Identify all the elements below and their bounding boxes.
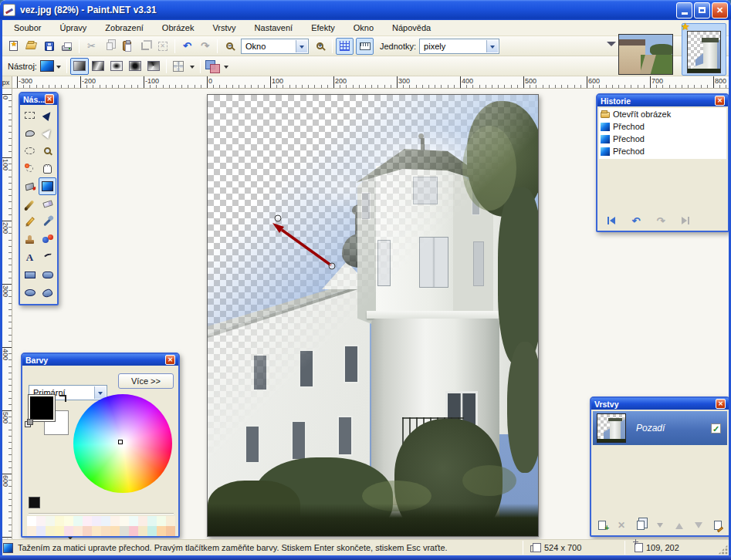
deselect-button[interactable]: ✕ xyxy=(154,38,171,55)
menu-soubor[interactable]: Soubor xyxy=(5,21,50,35)
palette-swatch[interactable] xyxy=(129,516,138,526)
tool-rounded-rectangle[interactable] xyxy=(39,266,56,284)
menu-obrazek[interactable]: Obrázek xyxy=(153,21,204,35)
tools-palette-close-button[interactable]: ✕ xyxy=(45,94,54,104)
undo-button[interactable]: ↶ xyxy=(178,38,196,55)
gradient-end-handle[interactable] xyxy=(329,263,335,269)
palette-swatch[interactable] xyxy=(120,516,129,526)
new-button[interactable]: ★ xyxy=(5,38,22,55)
palette-swatch[interactable] xyxy=(83,516,92,526)
move-layer-up-button[interactable] xyxy=(672,518,687,532)
add-layer-button[interactable]: + xyxy=(594,518,610,532)
tool-zoom[interactable] xyxy=(39,142,56,160)
history-palette-close-button[interactable]: ✕ xyxy=(715,96,725,106)
alpha-dropdown-arrow[interactable] xyxy=(188,59,197,74)
tool-clone-stamp[interactable] xyxy=(21,231,39,248)
gradient-arrow-line[interactable] xyxy=(282,230,331,265)
blend-dropdown-arrow[interactable] xyxy=(222,59,231,74)
palette-swatch[interactable] xyxy=(36,526,46,536)
paste-button[interactable] xyxy=(118,38,136,55)
open-button[interactable] xyxy=(22,38,40,55)
palette-swatch[interactable] xyxy=(101,516,110,526)
palette-swatch[interactable] xyxy=(110,516,120,526)
menu-upravy[interactable]: Úpravy xyxy=(50,21,96,35)
palette-swatch[interactable] xyxy=(27,526,36,536)
tool-rectangle[interactable] xyxy=(21,266,39,284)
minimize-button[interactable] xyxy=(676,2,692,19)
palette-swatch[interactable] xyxy=(157,516,166,526)
add-palette-color-icon[interactable] xyxy=(29,497,40,508)
menu-zobrazeni[interactable]: Zobrazení xyxy=(96,21,153,35)
palette-swatch[interactable] xyxy=(129,526,138,536)
grid-toggle-button[interactable] xyxy=(336,38,354,55)
palette-swatch[interactable] xyxy=(83,526,92,536)
palette-swatch[interactable] xyxy=(64,526,73,536)
palette-swatch[interactable] xyxy=(120,526,129,536)
tool-move-selection[interactable] xyxy=(39,124,56,142)
tool-color-picker[interactable] xyxy=(39,213,56,231)
copy-button[interactable] xyxy=(100,38,118,55)
history-item[interactable]: Přechod xyxy=(599,133,726,145)
history-redo-button[interactable]: ↷ xyxy=(651,214,670,228)
history-rewind-button[interactable] xyxy=(602,214,621,228)
palette-swatch[interactable] xyxy=(92,516,101,526)
menu-nastaveni[interactable]: Nastavení xyxy=(245,21,303,35)
palette-swatch[interactable] xyxy=(55,526,64,536)
delete-layer-button[interactable]: ✕ xyxy=(614,518,629,532)
colors-palette-titlebar[interactable]: Barvy ✕ xyxy=(22,354,178,366)
combo-arrow-icon[interactable] xyxy=(296,40,307,52)
gradient-conical-button[interactable] xyxy=(144,58,163,75)
gradient-radial-button[interactable] xyxy=(126,58,144,75)
swap-colors-icon[interactable] xyxy=(59,395,66,402)
merge-layer-down-button[interactable] xyxy=(652,518,668,532)
history-item[interactable]: Přechod xyxy=(599,145,726,157)
history-palette-titlebar[interactable]: Historie ✕ xyxy=(597,95,728,106)
tool-magic-wand[interactable] xyxy=(21,160,39,177)
maximize-button[interactable] xyxy=(694,2,710,19)
tool-paintbrush[interactable] xyxy=(21,195,39,213)
palette-swatch[interactable] xyxy=(92,526,101,536)
palette-swatch[interactable] xyxy=(46,526,55,536)
menu-efekty[interactable]: Efekty xyxy=(302,21,344,35)
print-button[interactable] xyxy=(58,38,76,55)
layers-palette-close-button[interactable]: ✕ xyxy=(716,399,726,409)
default-colors-icon[interactable] xyxy=(27,419,33,425)
tool-text[interactable]: A xyxy=(21,248,39,266)
palette-swatch[interactable] xyxy=(36,516,46,526)
tool-dropdown-arrow[interactable] xyxy=(54,59,63,74)
tool-freeform-shape[interactable] xyxy=(39,284,56,302)
redo-button[interactable]: ↷ xyxy=(196,38,214,55)
layer-visible-checkbox[interactable]: ✓ xyxy=(711,423,721,433)
menu-okno[interactable]: Okno xyxy=(344,21,383,35)
combo-arrow-icon[interactable] xyxy=(486,40,498,52)
crop-button[interactable] xyxy=(136,38,154,55)
gradient-linear-button[interactable] xyxy=(70,58,89,75)
tool-pan[interactable] xyxy=(39,160,56,177)
palette-swatch[interactable] xyxy=(27,516,36,526)
history-fast-forward-button[interactable] xyxy=(676,214,695,228)
layer-row-selected[interactable]: Pozadí ✓ xyxy=(593,411,727,445)
gradient-start-handle[interactable] xyxy=(275,215,281,221)
palette-swatch[interactable] xyxy=(46,516,55,526)
save-button[interactable] xyxy=(40,38,58,55)
color-wheel[interactable] xyxy=(73,394,172,493)
move-layer-down-button[interactable] xyxy=(691,518,706,532)
blend-mode-button[interactable] xyxy=(204,58,222,75)
palette-swatch[interactable] xyxy=(73,516,83,526)
image-list-icon[interactable] xyxy=(607,42,616,52)
menu-napoveda[interactable]: Nápověda xyxy=(383,21,440,35)
tool-gradient[interactable] xyxy=(39,177,56,195)
tool-ellipse-select[interactable] xyxy=(21,142,39,160)
tools-palette-titlebar[interactable]: Nás... ✕ xyxy=(20,93,57,105)
gradient-diamond-button[interactable] xyxy=(107,58,126,75)
thumbnail-image-2-active[interactable]: ★ xyxy=(682,23,726,76)
palette-swatch[interactable] xyxy=(166,516,175,526)
close-button[interactable]: ✕ xyxy=(712,2,728,19)
palette-swatch[interactable] xyxy=(110,526,120,536)
thumbnail-image-1[interactable] xyxy=(618,34,673,75)
tool-paint-bucket[interactable] xyxy=(21,177,39,195)
layers-palette-titlebar[interactable]: Vrstvy ✕ xyxy=(591,398,729,410)
palette-swatch[interactable] xyxy=(147,516,157,526)
palette-swatch[interactable] xyxy=(166,526,175,536)
menu-vrstvy[interactable]: Vrstvy xyxy=(203,21,245,35)
